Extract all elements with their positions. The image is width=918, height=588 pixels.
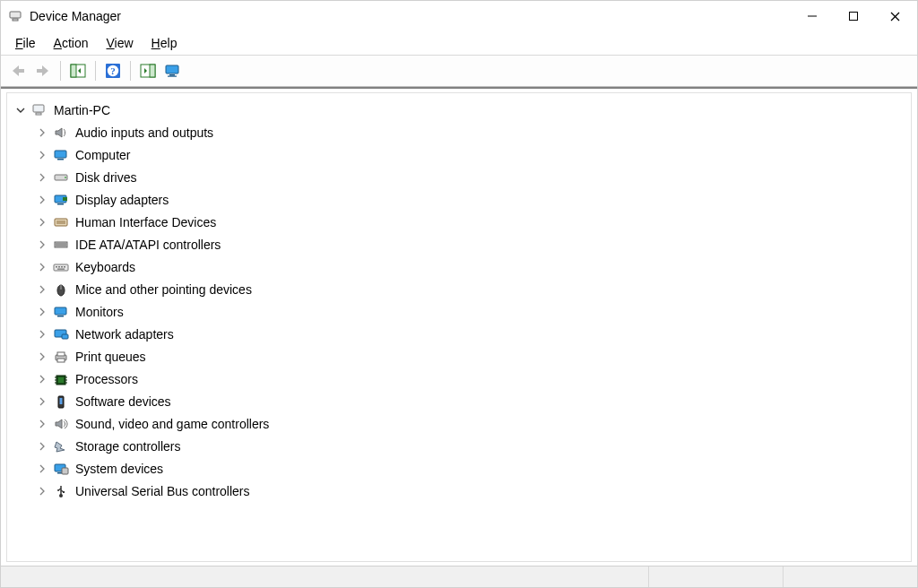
tree-node[interactable]: Mice and other pointing devices	[11, 278, 907, 300]
toolbar-back-button[interactable]	[6, 59, 30, 82]
status-pane	[783, 566, 917, 587]
svg-text:?: ?	[110, 65, 116, 76]
sound-icon	[52, 416, 70, 432]
menu-view[interactable]: View	[98, 34, 143, 52]
tree-node[interactable]: Print queues	[11, 345, 907, 368]
menu-file[interactable]: File	[6, 34, 45, 52]
chevron-right-icon[interactable]	[36, 328, 48, 341]
menu-help[interactable]: Help	[143, 34, 186, 52]
tree-node[interactable]: Storage controllers	[11, 435, 907, 457]
chevron-right-icon[interactable]	[36, 171, 48, 184]
svg-rect-7	[37, 69, 43, 73]
svg-rect-49	[58, 377, 64, 383]
svg-rect-6	[18, 69, 24, 73]
tree-node[interactable]: Network adapters	[11, 323, 907, 345]
network-icon	[52, 326, 70, 342]
chevron-right-icon[interactable]	[36, 395, 48, 408]
tree-node-label: Martin-PC	[54, 99, 110, 121]
tree-node-label: Audio inputs and outputs	[75, 122, 213, 143]
svg-rect-16	[169, 74, 175, 76]
toolbar-separator	[130, 61, 131, 81]
chevron-right-icon[interactable]	[36, 463, 48, 475]
toolbar-separator	[95, 61, 96, 81]
tree-node-label: Universal Serial Bus controllers	[75, 480, 250, 502]
svg-rect-1	[13, 19, 18, 21]
chevron-right-icon[interactable]	[36, 216, 48, 229]
tree-node[interactable]: Monitors	[11, 300, 907, 323]
tree-node-label: Sound, video and game controllers	[75, 413, 269, 435]
tree-node[interactable]: IDE ATA/ATAPI controllers	[11, 233, 907, 255]
tree-node-label: Disk drives	[75, 167, 136, 188]
chevron-right-icon[interactable]	[36, 485, 48, 497]
svg-rect-30	[55, 242, 67, 247]
tree-node[interactable]: Audio inputs and outputs	[11, 121, 907, 143]
tree-node[interactable]: Processors	[11, 368, 907, 390]
chevron-right-icon[interactable]	[36, 283, 48, 296]
menu-action[interactable]: Action	[45, 34, 98, 52]
chevron-right-icon[interactable]	[36, 149, 48, 161]
tree-node[interactable]: System devices	[11, 457, 907, 480]
processor-icon	[52, 371, 70, 387]
tree-node-label: Print queues	[75, 346, 146, 368]
tree-node-label: System devices	[75, 458, 163, 480]
maximize-button[interactable]	[833, 3, 874, 30]
svg-rect-41	[55, 307, 66, 315]
menubar: File Action View Help	[1, 31, 917, 55]
svg-rect-27	[55, 219, 67, 226]
chevron-down-icon[interactable]	[14, 104, 27, 117]
toolbar-help-button[interactable]: ?	[101, 59, 125, 82]
tree-node-label: Display adapters	[75, 189, 169, 211]
toolbar: ?	[1, 55, 917, 87]
tree-node[interactable]: Software devices	[11, 390, 907, 412]
tree-node[interactable]: Human Interface Devices	[11, 211, 907, 233]
chevron-right-icon[interactable]	[36, 126, 48, 139]
content-top-border	[1, 87, 917, 89]
svg-rect-17	[168, 76, 177, 77]
tree-node-label: Network adapters	[75, 324, 174, 345]
svg-point-23	[65, 177, 66, 178]
chevron-right-icon[interactable]	[36, 238, 48, 251]
toolbar-scan-hardware-button[interactable]	[136, 59, 160, 82]
chevron-right-icon[interactable]	[36, 194, 48, 206]
chevron-right-icon[interactable]	[36, 440, 48, 453]
toolbar-forward-button[interactable]	[31, 59, 55, 82]
computer-node-icon	[30, 102, 48, 118]
toolbar-showhide-tree-button[interactable]	[66, 59, 90, 82]
tree-node[interactable]: Sound, video and game controllers	[11, 412, 907, 435]
svg-rect-21	[57, 159, 64, 160]
tree-node-label: Computer	[75, 144, 130, 166]
chevron-right-icon[interactable]	[36, 373, 48, 385]
tree-node[interactable]: Computer	[11, 143, 907, 166]
minimize-button[interactable]	[792, 3, 833, 30]
tree-node[interactable]: Universal Serial Bus controllers	[11, 480, 907, 502]
tree-node[interactable]: Display adapters	[11, 188, 907, 211]
tree-node-label: Software devices	[75, 391, 171, 412]
svg-rect-25	[57, 203, 64, 205]
tree-node-label: Storage controllers	[75, 436, 181, 457]
svg-rect-47	[57, 359, 65, 362]
svg-rect-34	[56, 266, 57, 268]
window-buttons	[792, 3, 915, 30]
device-tree: Martin-PC Audio inputs and outputsComput…	[11, 99, 907, 502]
device-tree-pane[interactable]: Martin-PC Audio inputs and outputsComput…	[6, 92, 912, 562]
svg-point-63	[57, 489, 59, 491]
svg-rect-46	[57, 352, 65, 356]
system-icon	[52, 461, 70, 477]
chevron-right-icon[interactable]	[36, 418, 48, 430]
svg-rect-9	[71, 65, 76, 77]
svg-rect-64	[63, 491, 65, 493]
toolbar-separator	[60, 61, 61, 81]
tree-node[interactable]: Disk drives	[11, 166, 907, 188]
svg-rect-36	[61, 266, 63, 268]
chevron-right-icon[interactable]	[36, 350, 48, 363]
chevron-right-icon[interactable]	[36, 261, 48, 273]
svg-rect-57	[60, 398, 63, 404]
chevron-right-icon[interactable]	[36, 306, 48, 318]
computer-icon	[52, 147, 70, 163]
tree-node[interactable]: Keyboards	[11, 255, 907, 278]
svg-rect-37	[64, 266, 65, 268]
toolbar-display-button[interactable]	[161, 59, 185, 82]
close-button[interactable]	[874, 3, 915, 30]
tree-root-node[interactable]: Martin-PC	[11, 99, 907, 121]
display-adapter-icon	[52, 192, 70, 208]
